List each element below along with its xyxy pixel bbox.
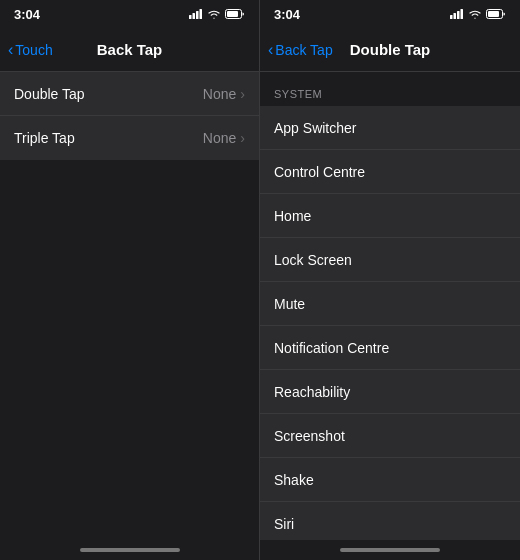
right-status-icons (450, 9, 506, 19)
left-time: 3:04 (14, 7, 40, 22)
system-item-0[interactable]: App Switcher (260, 106, 520, 150)
left-nav-title: Back Tap (97, 41, 163, 58)
left-status-icons (189, 9, 245, 19)
system-item-label-5: Notification Centre (274, 340, 389, 356)
svg-rect-6 (450, 15, 453, 19)
right-panel: 3:04 ‹ Back Tap Double (260, 0, 520, 560)
signal-icon (189, 9, 203, 19)
svg-rect-0 (189, 15, 192, 19)
triple-tap-value: None (203, 130, 236, 146)
system-item-7[interactable]: Screenshot (260, 414, 520, 458)
system-item-5[interactable]: Notification Centre (260, 326, 520, 370)
svg-rect-2 (196, 11, 199, 19)
system-item-3[interactable]: Lock Screen (260, 238, 520, 282)
left-back-label: Touch (15, 42, 52, 58)
left-back-button[interactable]: ‹ Touch (8, 41, 53, 59)
system-item-2[interactable]: Home (260, 194, 520, 238)
right-home-indicator (260, 540, 520, 560)
svg-rect-11 (488, 11, 499, 17)
left-section: Double Tap None › Triple Tap None › (0, 72, 259, 160)
right-home-bar (340, 548, 440, 552)
system-item-label-4: Mute (274, 296, 305, 312)
right-battery-icon (486, 9, 506, 19)
system-item-label-6: Reachability (274, 384, 350, 400)
svg-rect-9 (461, 9, 464, 19)
system-section: SYSTEM App SwitcherControl CentreHomeLoc… (260, 72, 520, 540)
system-item-label-7: Screenshot (274, 428, 345, 444)
system-header: SYSTEM (260, 72, 520, 106)
triple-tap-right: None › (203, 130, 245, 146)
system-item-label-2: Home (274, 208, 311, 224)
system-item-label-3: Lock Screen (274, 252, 352, 268)
system-item-4[interactable]: Mute (260, 282, 520, 326)
svg-rect-8 (457, 11, 460, 19)
svg-rect-3 (200, 9, 203, 19)
right-nav-title: Double Tap (350, 41, 431, 58)
svg-rect-1 (193, 13, 196, 19)
system-item-1[interactable]: Control Centre (260, 150, 520, 194)
double-tap-value: None (203, 86, 236, 102)
double-tap-chevron: › (240, 86, 245, 102)
double-tap-label: Double Tap (14, 86, 85, 102)
system-item-label-0: App Switcher (274, 120, 356, 136)
left-chevron-icon: ‹ (8, 41, 13, 59)
double-tap-right: None › (203, 86, 245, 102)
triple-tap-label: Triple Tap (14, 130, 75, 146)
right-signal-icon (450, 9, 464, 19)
right-status-bar: 3:04 (260, 0, 520, 28)
system-item-9[interactable]: Siri (260, 502, 520, 540)
left-status-bar: 3:04 (0, 0, 259, 28)
right-back-button[interactable]: ‹ Back Tap (268, 41, 333, 59)
battery-icon (225, 9, 245, 19)
system-item-label-9: Siri (274, 516, 294, 532)
left-home-bar (80, 548, 180, 552)
left-nav-bar: ‹ Touch Back Tap (0, 28, 259, 72)
right-back-label: Back Tap (275, 42, 332, 58)
triple-tap-chevron: › (240, 130, 245, 146)
left-home-indicator (0, 540, 259, 560)
right-chevron-icon: ‹ (268, 41, 273, 59)
system-items-container: App SwitcherControl CentreHomeLock Scree… (260, 106, 520, 540)
left-panel: 3:04 ‹ Tou (0, 0, 260, 560)
svg-rect-7 (454, 13, 457, 19)
double-tap-item[interactable]: Double Tap None › (0, 72, 259, 116)
system-item-label-1: Control Centre (274, 164, 365, 180)
system-item-8[interactable]: Shake (260, 458, 520, 502)
svg-rect-5 (227, 11, 238, 17)
wifi-icon (207, 9, 221, 19)
system-item-label-8: Shake (274, 472, 314, 488)
system-item-6[interactable]: Reachability (260, 370, 520, 414)
left-list: Double Tap None › Triple Tap None › (0, 72, 259, 540)
right-list: SYSTEM App SwitcherControl CentreHomeLoc… (260, 72, 520, 540)
right-time: 3:04 (274, 7, 300, 22)
triple-tap-item[interactable]: Triple Tap None › (0, 116, 259, 160)
right-nav-bar: ‹ Back Tap Double Tap (260, 28, 520, 72)
right-wifi-icon (468, 9, 482, 19)
